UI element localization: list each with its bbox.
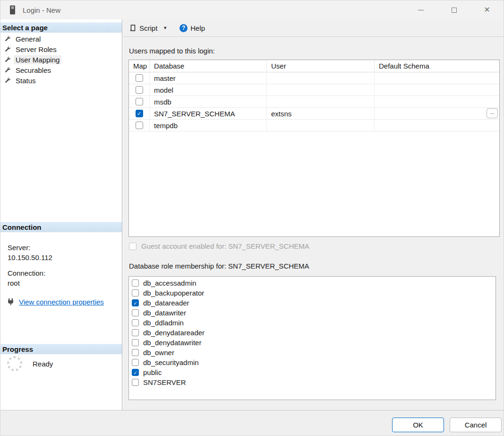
role-membership-label: Database role membership for: SN7_SERVER… bbox=[129, 262, 309, 270]
wrench-icon bbox=[3, 35, 11, 42]
role-label: db_backupoperator bbox=[143, 289, 204, 297]
column-header-default-schema: Default Schema bbox=[375, 60, 499, 72]
column-header-user: User bbox=[267, 60, 375, 72]
wrench-icon bbox=[3, 67, 11, 73]
user-cell[interactable] bbox=[267, 84, 375, 96]
sidebar-item-general[interactable]: General bbox=[0, 34, 122, 44]
default-schema-cell[interactable] bbox=[375, 96, 499, 107]
role-label: db_denydatawriter bbox=[143, 339, 201, 347]
role-checkbox[interactable] bbox=[132, 289, 139, 296]
user-cell[interactable] bbox=[267, 72, 375, 84]
role-item-db_ddladmin[interactable]: db_ddladmin bbox=[129, 318, 495, 328]
role-checkbox[interactable] bbox=[132, 349, 139, 356]
server-value: 10.150.50.112 bbox=[8, 253, 122, 262]
role-item-db_datareader[interactable]: db_datareader bbox=[129, 298, 495, 308]
window-controls: ✕ bbox=[404, 0, 504, 19]
ok-button[interactable]: OK bbox=[392, 418, 444, 432]
role-item-db_denydatareader[interactable]: db_denydatareader bbox=[129, 328, 495, 338]
help-button-label: Help bbox=[190, 24, 205, 32]
role-label: db_datawriter bbox=[143, 309, 186, 317]
column-header-database: Database bbox=[150, 60, 267, 72]
wrench-icon bbox=[3, 46, 11, 52]
script-button[interactable]: Script ▼ bbox=[127, 22, 170, 34]
role-item-db_datawriter[interactable]: db_datawriter bbox=[129, 308, 495, 318]
connection-label: Connection: bbox=[8, 269, 122, 277]
connection-block: Server: 10.150.50.112 Connection: root V… bbox=[0, 236, 122, 306]
user-cell[interactable] bbox=[267, 120, 375, 131]
maximize-icon bbox=[452, 8, 457, 13]
role-checkbox[interactable] bbox=[132, 279, 139, 287]
sidebar-item-status[interactable]: Status bbox=[0, 75, 122, 86]
role-checkbox[interactable] bbox=[132, 299, 139, 306]
sidebar-item-label: Server Roles bbox=[14, 45, 59, 54]
map-checkbox[interactable] bbox=[136, 74, 143, 82]
sidebar-item-user-mapping[interactable]: User Mapping bbox=[0, 54, 122, 65]
table-header-row: MapDatabaseUserDefault Schema bbox=[129, 60, 499, 72]
main-panel: Script ▼ ? Help Users mapped to this log… bbox=[123, 19, 504, 410]
role-label: db_ddladmin bbox=[143, 319, 184, 327]
role-label: db_datareader bbox=[143, 299, 189, 307]
role-checkbox[interactable] bbox=[132, 319, 139, 326]
map-checkbox[interactable] bbox=[136, 98, 143, 105]
table-row[interactable]: model bbox=[129, 84, 499, 96]
role-checkbox[interactable] bbox=[132, 309, 139, 316]
connection-value: root bbox=[8, 279, 122, 287]
role-label: public bbox=[143, 368, 162, 376]
wrench-icon bbox=[3, 77, 11, 84]
role-checkbox[interactable] bbox=[132, 329, 139, 336]
maximize-button[interactable] bbox=[437, 0, 470, 19]
select-a-page-header: Select a page bbox=[0, 22, 122, 33]
role-item-db_securityadmin[interactable]: db_securityadmin bbox=[129, 358, 495, 367]
role-item-db_backupoperator[interactable]: db_backupoperator bbox=[129, 288, 495, 298]
role-label: db_owner bbox=[143, 349, 174, 357]
role-item-sn7server[interactable]: SN7SERVER bbox=[129, 377, 495, 387]
default-schema-cell[interactable] bbox=[375, 72, 499, 84]
users-mapped-label: Users mapped to this login: bbox=[129, 47, 215, 55]
role-item-db_accessadmin[interactable]: db_accessadmin bbox=[129, 278, 495, 288]
sidebar-item-securables[interactable]: Securables bbox=[0, 65, 122, 75]
browse-schema-button[interactable]: ... bbox=[487, 108, 498, 118]
sidebar-item-server-roles[interactable]: Server Roles bbox=[0, 44, 122, 54]
database-cell: master bbox=[150, 72, 267, 84]
progress-status: Ready bbox=[33, 360, 53, 368]
default-schema-cell[interactable] bbox=[375, 120, 499, 131]
user-cell[interactable] bbox=[267, 96, 375, 107]
table-row[interactable]: msdb bbox=[129, 96, 499, 108]
view-connection-properties-link[interactable]: View connection properties bbox=[19, 298, 104, 306]
login-new-dialog: Login - New ✕ Select a page GeneralServe… bbox=[0, 0, 504, 436]
role-label: SN7SERVER bbox=[143, 378, 186, 386]
role-item-db_owner[interactable]: db_owner bbox=[129, 348, 495, 358]
chevron-down-icon[interactable]: ▼ bbox=[163, 26, 167, 30]
close-icon: ✕ bbox=[484, 6, 490, 14]
user-cell[interactable]: extsns bbox=[267, 108, 375, 119]
progress-header: Progress bbox=[0, 344, 122, 354]
role-item-public[interactable]: public bbox=[129, 367, 495, 377]
connection-header: Connection bbox=[0, 222, 122, 232]
map-checkbox[interactable] bbox=[136, 122, 143, 129]
cancel-button[interactable]: Cancel bbox=[450, 418, 502, 432]
table-row[interactable]: master bbox=[129, 72, 499, 84]
role-item-db_denydatawriter[interactable]: db_denydatawriter bbox=[129, 338, 495, 348]
map-checkbox[interactable] bbox=[136, 86, 143, 94]
role-checkbox[interactable] bbox=[132, 369, 139, 376]
table-row[interactable]: tempdb bbox=[129, 120, 499, 131]
role-checkbox[interactable] bbox=[132, 379, 139, 386]
role-label: db_accessadmin bbox=[143, 279, 196, 287]
help-button[interactable]: ? Help bbox=[177, 22, 208, 34]
minimize-icon bbox=[418, 10, 424, 10]
sidebar-item-label: Securables bbox=[14, 66, 53, 75]
role-label: db_denydatareader bbox=[143, 329, 205, 337]
map-checkbox[interactable] bbox=[136, 110, 143, 117]
role-label: db_securityadmin bbox=[143, 358, 199, 366]
default-schema-cell[interactable]: ... bbox=[375, 108, 499, 119]
database-cell: msdb bbox=[150, 96, 267, 107]
role-checkbox[interactable] bbox=[132, 359, 139, 366]
default-schema-cell[interactable] bbox=[375, 84, 499, 96]
role-checkbox[interactable] bbox=[132, 339, 139, 346]
footer-bar: OK Cancel bbox=[0, 410, 504, 436]
minimize-button[interactable] bbox=[404, 0, 437, 19]
close-button[interactable]: ✕ bbox=[470, 0, 504, 19]
database-cell: SN7_SERVER_SCHEMA bbox=[150, 108, 267, 119]
table-row[interactable]: SN7_SERVER_SCHEMAextsns... bbox=[129, 108, 499, 120]
database-cell: model bbox=[150, 84, 267, 96]
